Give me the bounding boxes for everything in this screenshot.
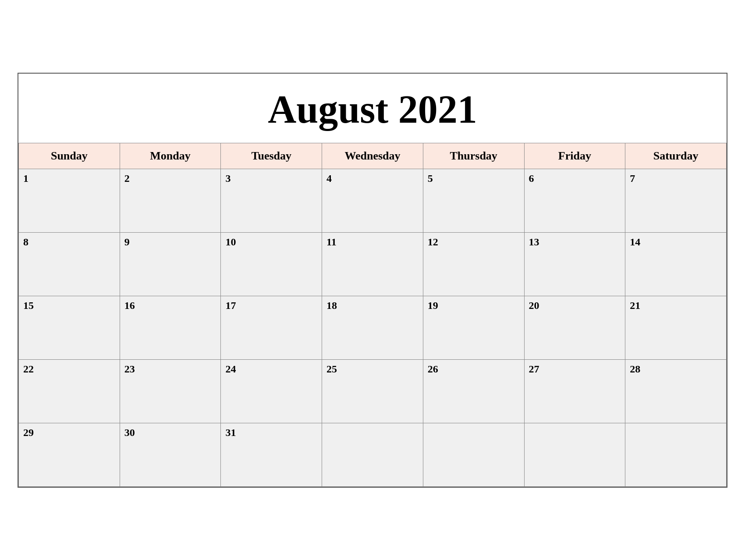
day-number: 7 (630, 173, 722, 184)
day-number: 25 (326, 363, 419, 375)
calendar-day: 13 (524, 232, 625, 296)
day-number: 2 (124, 173, 216, 184)
day-number: 10 (225, 236, 317, 248)
calendar-week-3: 15161718192021 (19, 296, 727, 359)
calendar-grid: SundayMondayTuesdayWednesdayThursdayFrid… (18, 143, 727, 487)
day-number: 17 (225, 300, 317, 312)
calendar-day (625, 423, 727, 486)
calendar-day: 5 (423, 169, 524, 232)
day-number: 30 (124, 427, 216, 439)
day-number: 13 (529, 236, 621, 248)
calendar-day: 2 (120, 169, 221, 232)
calendar-week-4: 22232425262728 (19, 359, 727, 423)
calendar-day: 27 (524, 359, 625, 423)
day-number: 3 (225, 173, 317, 184)
day-header-saturday: Saturday (625, 143, 727, 169)
day-number: 21 (630, 300, 722, 312)
day-header-wednesday: Wednesday (322, 143, 423, 169)
calendar-day (322, 423, 423, 486)
calendar-day: 10 (221, 232, 322, 296)
calendar-day: 24 (221, 359, 322, 423)
calendar-day: 20 (524, 296, 625, 359)
day-number: 12 (428, 236, 520, 248)
calendar-day: 14 (625, 232, 727, 296)
day-header-thursday: Thursday (423, 143, 524, 169)
day-number: 27 (529, 363, 621, 375)
day-number: 14 (630, 236, 722, 248)
calendar-title: August 2021 (18, 74, 727, 143)
day-number: 28 (630, 363, 722, 375)
calendar-day: 9 (120, 232, 221, 296)
day-number: 15 (23, 300, 115, 312)
day-number: 16 (124, 300, 216, 312)
day-number: 6 (529, 173, 621, 184)
calendar-day: 3 (221, 169, 322, 232)
day-number: 9 (124, 236, 216, 248)
calendar-day: 25 (322, 359, 423, 423)
calendar-day: 16 (120, 296, 221, 359)
day-number: 1 (23, 173, 115, 184)
calendar-day: 19 (423, 296, 524, 359)
day-number: 31 (225, 427, 317, 439)
calendar-week-5: 293031 (19, 423, 727, 486)
day-number: 5 (428, 173, 520, 184)
calendar-day (524, 423, 625, 486)
calendar-day: 6 (524, 169, 625, 232)
day-header-monday: Monday (120, 143, 221, 169)
calendar-day: 18 (322, 296, 423, 359)
calendar-day: 11 (322, 232, 423, 296)
calendar-day: 28 (625, 359, 727, 423)
calendar-week-2: 891011121314 (19, 232, 727, 296)
day-header-friday: Friday (524, 143, 625, 169)
day-number: 20 (529, 300, 621, 312)
calendar-day: 29 (19, 423, 120, 486)
calendar-day: 12 (423, 232, 524, 296)
day-header-tuesday: Tuesday (221, 143, 322, 169)
day-number: 18 (326, 300, 419, 312)
calendar-day: 4 (322, 169, 423, 232)
calendar-header-row: SundayMondayTuesdayWednesdayThursdayFrid… (19, 143, 727, 169)
day-number: 23 (124, 363, 216, 375)
day-number: 26 (428, 363, 520, 375)
calendar-day: 1 (19, 169, 120, 232)
calendar-day: 7 (625, 169, 727, 232)
day-number: 8 (23, 236, 115, 248)
calendar-day: 31 (221, 423, 322, 486)
calendar-day: 30 (120, 423, 221, 486)
day-header-sunday: Sunday (19, 143, 120, 169)
calendar-container: August 2021 SundayMondayTuesdayWednesday… (18, 73, 727, 488)
calendar-day: 17 (221, 296, 322, 359)
calendar-day (423, 423, 524, 486)
day-number: 22 (23, 363, 115, 375)
day-number: 19 (428, 300, 520, 312)
calendar-day: 15 (19, 296, 120, 359)
calendar-day: 21 (625, 296, 727, 359)
day-number: 24 (225, 363, 317, 375)
calendar-week-1: 1234567 (19, 169, 727, 232)
day-number: 29 (23, 427, 115, 439)
calendar-day: 8 (19, 232, 120, 296)
day-number: 4 (326, 173, 419, 184)
day-number: 11 (326, 236, 419, 248)
calendar-day: 22 (19, 359, 120, 423)
calendar-day: 23 (120, 359, 221, 423)
calendar-day: 26 (423, 359, 524, 423)
